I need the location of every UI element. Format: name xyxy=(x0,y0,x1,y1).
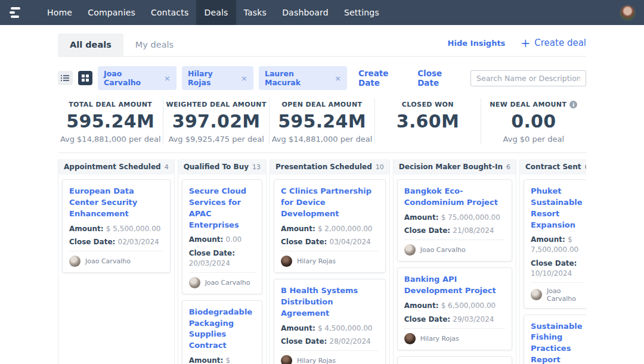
nav-item-home[interactable]: Home xyxy=(39,0,80,25)
deal-title[interactable]: Phuket Sustainable Resort Expansion xyxy=(531,186,583,231)
close-date-value: 28/02/2024 xyxy=(330,337,371,346)
amount-value: $ 75,000,000.00 xyxy=(441,213,500,222)
close-date-value: 29/03/2024 xyxy=(453,315,494,323)
column-decision-maker-bought-in: Decision Maker Bought-In 6 Bangkok Eco-C… xyxy=(393,159,516,364)
deal-title[interactable]: Sustainable Fishing Practices Report xyxy=(531,321,583,364)
amount-value: $ 4,500,000.00 xyxy=(318,324,373,332)
deal-title[interactable]: C Clinics Partnership for Device Develop… xyxy=(281,186,379,220)
column-body: European Data Center Security Enhancemen… xyxy=(58,175,174,364)
deal-card[interactable]: Biodegradable Packaging Supplies Contrac… xyxy=(182,300,262,364)
create-date-link[interactable]: Create Date xyxy=(358,69,411,88)
close-date-value: 03/04/2024 xyxy=(330,238,371,246)
plus-icon: + xyxy=(521,38,530,49)
column-presentation-scheduled: Presentation Scheduled 10 C Clinics Part… xyxy=(270,159,390,364)
deal-card[interactable]: Banking API Development Project Amount: … xyxy=(397,267,512,350)
deal-title[interactable]: Bangkok Eco-Condominium Project xyxy=(404,186,505,209)
amount-label: Amount: xyxy=(531,235,568,244)
stat-avg xyxy=(375,135,480,144)
search-input[interactable] xyxy=(470,70,586,86)
deal-title[interactable]: B Health Systems Distribution Agreement xyxy=(281,285,379,319)
hide-insights-link[interactable]: Hide Insights xyxy=(448,39,506,48)
deal-title[interactable]: Secure Cloud Services for APAC Enterpris… xyxy=(189,186,255,231)
stat-label-text: TOTAL DEAL AMOUNT xyxy=(69,101,152,108)
deal-title[interactable]: Biodegradable Packaging Supplies Contrac… xyxy=(189,307,255,351)
deal-title[interactable]: Banking API Development Project xyxy=(404,274,505,297)
close-date-value: 10/10/2024 xyxy=(531,269,572,278)
deal-card[interactable]: Secure Cloud Services for APAC Enterpris… xyxy=(182,179,262,294)
close-date-link[interactable]: Close Date xyxy=(417,69,465,88)
column-header: Qualified To Buy 13 xyxy=(178,159,266,175)
column-header: Presentation Scheduled 10 xyxy=(270,159,389,175)
owner-name: Joao Carvalho xyxy=(547,287,583,303)
nav-item-companies[interactable]: Companies xyxy=(80,0,143,25)
column-name: Appointment Scheduled xyxy=(64,163,161,171)
topnav-right xyxy=(620,5,636,21)
column-header: Appointment Scheduled 4 xyxy=(58,159,174,175)
nav-item-tasks[interactable]: Tasks xyxy=(236,0,275,25)
deal-card[interactable]: Bangkok Eco-Condominium Project Amount: … xyxy=(397,179,512,262)
stat-avg: Avg $14,881,000 per deal xyxy=(270,135,374,144)
stat-value: 397.02M xyxy=(163,111,268,132)
filter-chip-label: Lauren Macurak xyxy=(265,69,330,87)
column-qualified-to-buy: Qualified To Buy 13 Secure Cloud Service… xyxy=(178,159,267,364)
nav-item-deals[interactable]: Deals xyxy=(196,0,236,25)
create-deal-button[interactable]: + Create deal xyxy=(521,38,586,49)
column-name: Decision Maker Bought-In xyxy=(399,163,503,171)
nav-item-label: Contacts xyxy=(151,8,188,17)
insights-row: TOTAL DEAL AMOUNT i 595.24M Avg $14,881,… xyxy=(58,98,586,153)
nav-item-label: Dashboard xyxy=(282,8,329,17)
deal-card[interactable]: Phuket Sustainable Resort Expansion Amou… xyxy=(524,179,586,309)
board-view-button[interactable] xyxy=(78,71,93,85)
owner-name: Joao Carvalho xyxy=(420,246,466,254)
nav-item-label: Companies xyxy=(88,8,135,17)
stat-label: NEW DEAL AMOUNT i xyxy=(481,101,586,108)
chip-remove-icon[interactable]: × xyxy=(335,74,341,83)
close-date-value: 20/03/2024 xyxy=(189,259,230,267)
close-date-label: Close Date: xyxy=(404,226,453,235)
deal-card[interactable]: UAV Co-Development with AeroTech Partner… xyxy=(397,356,512,364)
filter-chip-lauren-macurak[interactable]: Lauren Macurak × xyxy=(259,66,347,90)
column-contract-sent: Contract Sent 6 Phuket Sustainable Resor… xyxy=(519,159,586,364)
owner-avatar xyxy=(404,333,416,344)
filter-chip-joao-carvalho[interactable]: Joao Carvalho × xyxy=(98,66,177,90)
column-header: Contract Sent 6 xyxy=(520,159,586,175)
deal-title[interactable]: European Data Center Security Enhancemen… xyxy=(69,186,163,220)
tab-all-deals[interactable]: All deals xyxy=(58,33,123,56)
owner-avatar xyxy=(281,355,292,364)
chip-remove-icon[interactable]: × xyxy=(241,74,247,83)
nav-item-settings[interactable]: Settings xyxy=(336,0,387,25)
chip-remove-icon[interactable]: × xyxy=(164,74,171,83)
close-date-label: Close Date: xyxy=(189,249,235,257)
deal-card[interactable]: European Data Center Security Enhancemen… xyxy=(62,179,171,273)
deal-close-date-row: Close Date: 21/08/2024 xyxy=(404,226,505,236)
close-date-label: Close Date: xyxy=(531,259,577,267)
info-icon[interactable]: i xyxy=(569,101,577,108)
deal-amount-row: Amount: $ 2,000,000.00 xyxy=(281,224,379,234)
amount-label: Amount: xyxy=(281,324,318,332)
column-count: 13 xyxy=(249,163,261,171)
card-footer: Hilary Rojas xyxy=(281,251,379,272)
deal-close-date-row: Close Date: 20/03/2024 xyxy=(189,248,255,269)
close-date-label: Close Date: xyxy=(281,238,330,246)
app-logo-icon[interactable] xyxy=(8,5,23,20)
close-date-label: Close Date: xyxy=(404,315,453,323)
deal-amount-row: Amount: $ 6,500,000.00 xyxy=(404,301,505,311)
card-footer: Hilary Rojas xyxy=(404,329,505,350)
nav-item-contacts[interactable]: Contacts xyxy=(143,0,196,25)
deal-card[interactable]: Sustainable Fishing Practices Report Amo… xyxy=(524,315,586,364)
stat-avg: Avg $14,881,000 per deal xyxy=(58,135,163,144)
column-body: Secure Cloud Services for APAC Enterpris… xyxy=(178,175,266,364)
deal-amount-row: Amount: $ 75,000,000.00 xyxy=(404,213,505,223)
filter-chip-hilary-rojas[interactable]: Hilary Rojas × xyxy=(182,66,253,90)
deal-card[interactable]: B Health Systems Distribution Agreement … xyxy=(274,279,386,364)
nav-item-label: Settings xyxy=(344,8,379,17)
tab-my-deals[interactable]: My deals xyxy=(123,33,185,56)
user-avatar[interactable] xyxy=(620,5,636,21)
amount-value: $ 6,500,000.00 xyxy=(441,301,496,310)
stat-label-text: NEW DEAL AMOUNT xyxy=(490,101,566,108)
list-view-icon xyxy=(61,74,69,82)
list-view-button[interactable] xyxy=(58,71,73,85)
nav-item-dashboard[interactable]: Dashboard xyxy=(274,0,336,25)
column-count: 6 xyxy=(581,163,587,171)
deal-card[interactable]: C Clinics Partnership for Device Develop… xyxy=(274,179,386,273)
